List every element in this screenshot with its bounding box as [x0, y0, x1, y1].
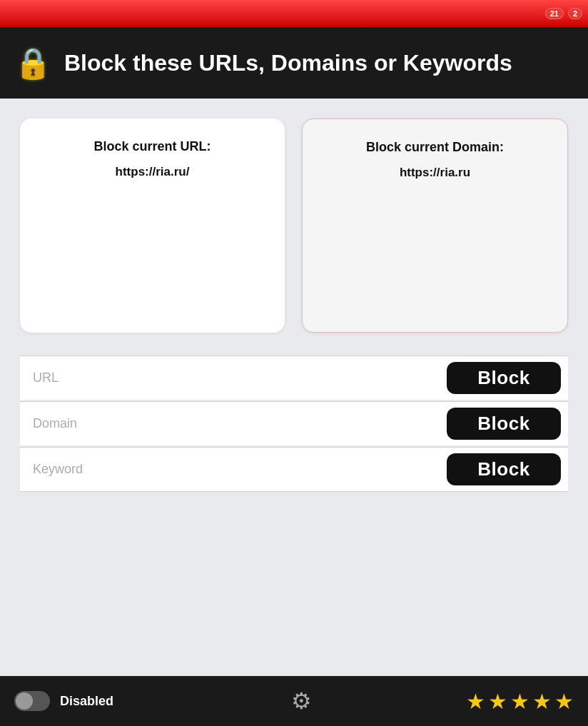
url-input-row: Block — [20, 356, 568, 400]
url-card-value: https://ria.ru/ — [34, 165, 270, 179]
footer-center: ⚙ — [143, 687, 460, 715]
main-content: Block current URL: https://ria.ru/ Block… — [0, 99, 588, 333]
cards-row: Block current URL: https://ria.ru/ Block… — [20, 119, 568, 333]
badge-1: 21 — [545, 8, 564, 19]
lock-icon: 🔒 — [14, 46, 51, 81]
footer: Disabled ⚙ ★ ★ ★ ★ ★ — [0, 676, 588, 726]
toggle-thumb — [16, 692, 33, 710]
domain-card-value: https://ria.ru — [317, 166, 553, 180]
keyword-input[interactable] — [20, 448, 440, 491]
star-5: ★ — [554, 689, 574, 714]
url-card-label: Block current URL: — [34, 138, 270, 155]
header: 🔒 Block these URLs, Domains or Keywords — [0, 27, 588, 99]
block-keyword-button[interactable]: Block — [447, 453, 561, 485]
star-2: ★ — [488, 689, 507, 714]
domain-input-row: Block — [20, 401, 568, 445]
block-url-button[interactable]: Block — [447, 362, 561, 394]
star-1: ★ — [466, 689, 485, 714]
settings-icon[interactable]: ⚙ — [291, 687, 312, 715]
domain-card-label: Block current Domain: — [317, 139, 553, 156]
url-input[interactable] — [20, 356, 440, 400]
inputs-section: Block Block Block — [0, 356, 588, 565]
star-3: ★ — [510, 689, 529, 714]
domain-input[interactable] — [20, 402, 440, 445]
url-card: Block current URL: https://ria.ru/ — [20, 119, 285, 333]
star-4: ★ — [532, 689, 552, 714]
block-domain-button[interactable]: Block — [447, 408, 561, 440]
domain-card: Block current Domain: https://ria.ru — [302, 119, 568, 333]
stars-container[interactable]: ★ ★ ★ ★ ★ — [460, 689, 574, 714]
toggle-container: Disabled — [14, 691, 143, 711]
enable-toggle[interactable] — [14, 691, 50, 711]
keyword-input-row: Block — [20, 447, 568, 492]
page-title: Block these URLs, Domains or Keywords — [64, 49, 512, 76]
badge-2: 2 — [568, 8, 582, 19]
toggle-label: Disabled — [60, 694, 113, 709]
chrome-bar: 21 2 — [0, 0, 588, 27]
